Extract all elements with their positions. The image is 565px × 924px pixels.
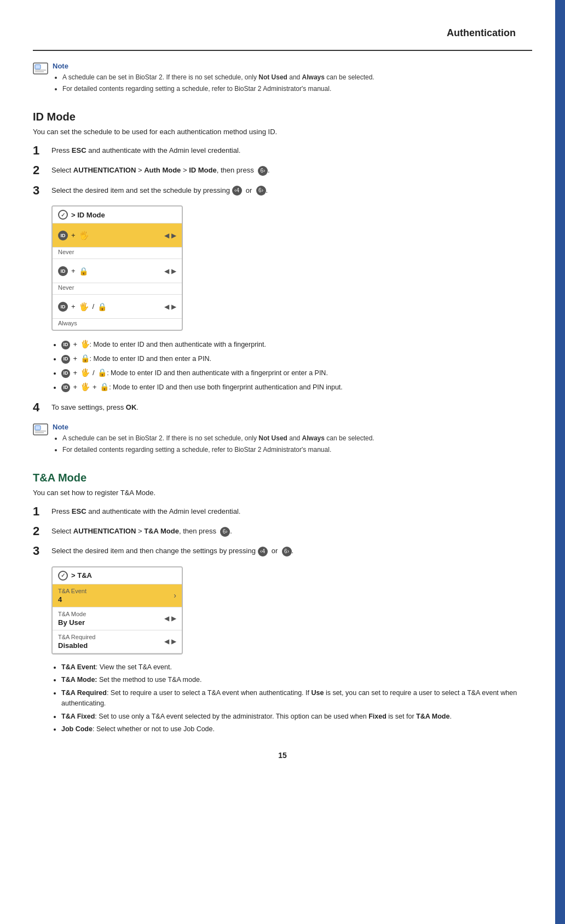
tna-step-1-number: 1 xyxy=(33,504,45,519)
sym-id-b1: ID xyxy=(61,341,70,349)
tna-step-2: 2 Select AUTHENTICATION > T&A Mode, then… xyxy=(33,524,532,538)
note-box-2: Note A schedule can be set in BioStar 2.… xyxy=(33,423,532,456)
arrow-left-1: ‹4 xyxy=(232,186,242,196)
tna-step-3-text: Select the desired item and then change … xyxy=(51,544,293,557)
sym-id-1: ID xyxy=(58,231,68,240)
tna-row-event: T&A Event 4 › xyxy=(53,584,182,607)
shield-icon: ✓ xyxy=(58,210,68,220)
note-item-2-1: A schedule can be set in BioStar 2. If t… xyxy=(62,433,374,443)
id-mode-row-1: ID + 🖐 ◀▶ xyxy=(53,223,182,248)
tna-row-required: T&A Required Disabled ◀▶ xyxy=(53,630,182,653)
tna-mode-title: T&A Mode xyxy=(33,472,532,484)
note-icon-2 xyxy=(33,423,48,435)
sym-fp-1: 🖐 xyxy=(79,231,89,240)
id-bullet-1: ID + 🖐: Mode to enter ID and then authen… xyxy=(61,338,532,350)
id-mode-bullets: ID + 🖐: Mode to enter ID and then authen… xyxy=(51,338,532,393)
tna-step-2-text: Select AUTHENTICATION > T&A Mode, then p… xyxy=(51,524,232,537)
svg-rect-1 xyxy=(35,65,41,69)
sym-fp-2: 🖐 xyxy=(79,302,89,312)
tna-bullets: T&A Event: View the set T&A event. T&A M… xyxy=(51,662,532,735)
tna-mode-label-group: T&A Mode By User xyxy=(58,611,86,627)
tna-step-1: 1 Press ESC and authenticate with the Ad… xyxy=(33,504,532,519)
id-step-3: 3 Select the desired item and set the sc… xyxy=(33,183,532,198)
tna-bullet-5: Job Code: Select whether or not to use J… xyxy=(61,724,532,734)
tna-row-mode: T&A Mode By User ◀▶ xyxy=(53,607,182,630)
sym-pin-2: 🔒 xyxy=(97,302,107,311)
id-bullet-2: ID + 🔒: Mode to enter ID and then enter … xyxy=(61,353,532,364)
id-step-2: 2 Select AUTHENTICATION > Auth Mode > ID… xyxy=(33,163,532,177)
plus-2: + xyxy=(71,267,76,275)
id-step-1-number: 1 xyxy=(33,144,45,158)
sym-id-b3: ID xyxy=(61,369,70,378)
id-mode-desc: You can set the schedule to be used for … xyxy=(33,128,532,136)
tna-required-value: Disabled xyxy=(58,641,95,650)
tna-step-3-number: 3 xyxy=(33,544,45,558)
tna-bullet-2: T&A Mode: Set the method to use T&A mode… xyxy=(61,675,532,685)
id-bullet-3: ID + 🖐 / 🔒: Mode to enter ID and then au… xyxy=(61,367,532,378)
id-mode-row-3-content: ID + 🖐 / 🔒 xyxy=(58,302,107,312)
tna-row-event-flex: T&A Event 4 › xyxy=(58,588,176,604)
id-mode-row-1-content: ID + 🖐 xyxy=(58,231,91,240)
arrow-right-2: 6› xyxy=(256,186,266,196)
id-mode-screen: ✓ > ID Mode ID + 🖐 ◀▶ Never ID + 🔒 ◀▶ xyxy=(51,205,183,331)
nav-arrows-2: ◀▶ xyxy=(164,267,176,275)
tna-mode-nav: ◀▶ xyxy=(164,615,176,622)
tna-required-label-group: T&A Required Disabled xyxy=(58,634,95,650)
sym-id-b4: ID xyxy=(61,383,70,392)
id-step-2-text: Select AUTHENTICATION > Auth Mode > ID M… xyxy=(51,163,270,176)
tna-bullet-3: T&A Required: Set to require a user to s… xyxy=(61,688,532,709)
page-footer: 15 xyxy=(33,751,532,760)
page-header: Authentication xyxy=(33,11,532,51)
id-mode-row-2-content: ID + 🔒 xyxy=(58,266,88,276)
arrow-left-2: ‹4 xyxy=(258,547,268,556)
id-mode-screen-title: > ID Mode xyxy=(71,211,105,219)
tna-mode-value: By User xyxy=(58,618,86,627)
svg-rect-5 xyxy=(35,426,41,430)
page-number: 15 xyxy=(278,751,287,760)
id-step-1-text: Press ESC and authenticate with the Admi… xyxy=(51,144,240,157)
plus-1: + xyxy=(71,231,76,239)
tna-mode-header: T&A Mode xyxy=(58,611,86,617)
note-box-1: Note A schedule can be set in BioStar 2.… xyxy=(33,62,532,95)
tna-event-header: T&A Event xyxy=(58,588,87,594)
tna-screen-title: > T&A xyxy=(71,571,92,579)
note-label-2: Note xyxy=(53,423,374,431)
sym-pin-1: 🔒 xyxy=(79,267,88,276)
header-title: Authentication xyxy=(447,27,516,38)
note-list-2: A schedule can be set in BioStar 2. If t… xyxy=(62,433,374,455)
tna-event-nav: › xyxy=(174,591,176,600)
tna-step-2-number: 2 xyxy=(33,524,45,538)
note-content-1: Note A schedule can be set in BioStar 2.… xyxy=(53,62,374,95)
tna-bullet-1: T&A Event: View the set T&A event. xyxy=(61,662,532,673)
tna-step-3: 3 Select the desired item and then chang… xyxy=(33,544,532,558)
tna-event-value: 4 xyxy=(58,595,87,604)
plus-3: + xyxy=(71,302,76,311)
id-mode-title: ID Mode xyxy=(33,111,532,123)
tna-mode-desc: You can set how to register T&A Mode. xyxy=(33,489,532,497)
tna-shield-icon: ✓ xyxy=(58,571,68,581)
tna-event-label-group: T&A Event 4 xyxy=(58,588,87,604)
note-item-2-2: For detailed contents regarding setting … xyxy=(62,445,374,455)
note-icon-1 xyxy=(33,62,48,74)
note-item-1-1: A schedule can be set in BioStar 2. If t… xyxy=(62,72,374,82)
tna-row-mode-flex: T&A Mode By User ◀▶ xyxy=(58,611,176,627)
note-content-2: Note A schedule can be set in BioStar 2.… xyxy=(53,423,374,456)
id-step-3-number: 3 xyxy=(33,183,45,198)
id-step-3-text: Select the desired item and set the sche… xyxy=(51,183,268,197)
id-step-1: 1 Press ESC and authenticate with the Ad… xyxy=(33,144,532,158)
sym-id-2: ID xyxy=(58,266,68,276)
note-item-1-2: For detailed contents regarding setting … xyxy=(62,84,374,94)
arrow-right-4: 6› xyxy=(282,547,292,556)
nav-arrows-1: ◀▶ xyxy=(164,232,176,239)
tna-screen: ✓ > T&A T&A Event 4 › T&A Mode By User ◀… xyxy=(51,566,183,655)
id-bullet-4: ID + 🖐 + 🔒: Mode to enter ID and then us… xyxy=(61,381,532,393)
tna-bullet-4: T&A Fixed: Set to use only a T&A event s… xyxy=(61,711,532,722)
id-mode-row-2: ID + 🔒 ◀▶ xyxy=(53,259,182,283)
arrow-right-1: 6› xyxy=(258,166,268,176)
tna-row-required-flex: T&A Required Disabled ◀▶ xyxy=(58,634,176,650)
nav-arrows-3: ◀▶ xyxy=(164,303,176,311)
arrow-right-3: 6› xyxy=(220,527,230,537)
id-mode-screen-header: ✓ > ID Mode xyxy=(53,206,182,223)
id-step-2-number: 2 xyxy=(33,163,45,177)
note-list-1: A schedule can be set in BioStar 2. If t… xyxy=(62,72,374,94)
